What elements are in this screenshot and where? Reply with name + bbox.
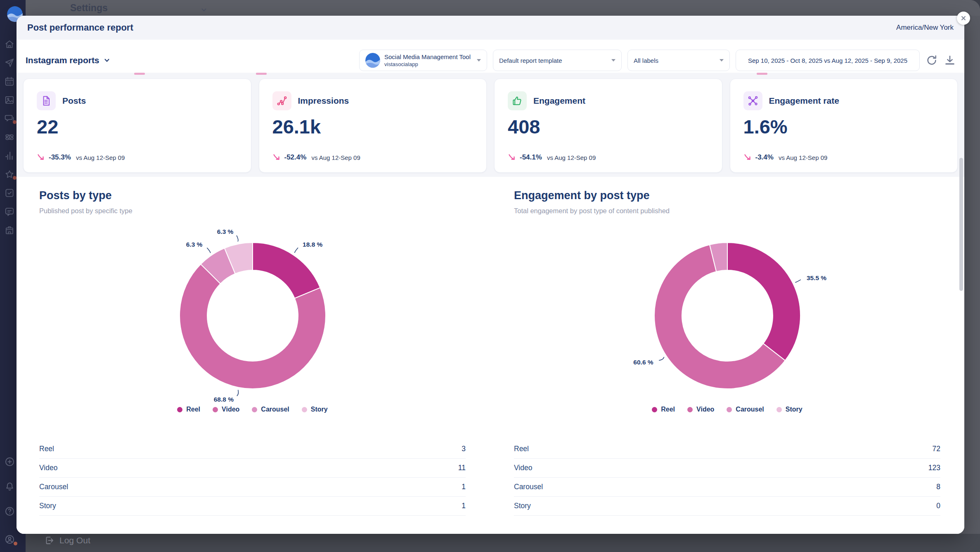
metric-card-header: Posts <box>37 91 238 110</box>
metric-delta-note: vs Aug 12-Sep 09 <box>547 154 596 161</box>
donut-label: 18.8 % <box>303 241 322 248</box>
chart-legend: ReelVideoCarouselStory <box>39 406 466 413</box>
metric-delta-note: vs Aug 12-Sep 09 <box>76 154 125 161</box>
caret-down-icon <box>611 59 615 62</box>
atom-icon <box>4 132 15 143</box>
donut-label: 6.3 % <box>186 241 203 248</box>
profile-select[interactable]: Social Media Management Tool vistasocial… <box>359 50 487 71</box>
send-icon <box>4 57 15 68</box>
legend-dot <box>177 407 182 412</box>
scrollbar-thumb[interactable] <box>959 158 963 291</box>
table-row-label: Story <box>514 502 531 510</box>
scatter-icon <box>276 95 288 107</box>
metric-delta-value: -3.4% <box>755 153 774 162</box>
report-controls: Instagram reports Social Media Managemen… <box>26 50 956 71</box>
table-row: Story1 <box>39 497 466 516</box>
network-icon-box <box>743 91 762 110</box>
trend-down-icon <box>272 153 281 162</box>
donut-label-connector <box>295 247 298 253</box>
home-icon <box>4 39 15 50</box>
legend-item-reel[interactable]: Reel <box>177 406 200 413</box>
legend-label: Story <box>311 406 328 413</box>
metric-card-header: Impressions <box>272 91 473 110</box>
table-row: Video123 <box>514 459 940 478</box>
table-row-label: Carousel <box>514 483 543 491</box>
timezone-label: America/New York <box>896 24 954 32</box>
donut-chart: 18.8 %68.8 %6.3 %6.3 % <box>39 221 466 402</box>
legend-dot <box>776 407 782 412</box>
metric-delta: -52.4%vs Aug 12-Sep 09 <box>272 153 473 162</box>
scroll-artifact <box>757 73 767 75</box>
trend-down-icon <box>743 153 752 162</box>
profile-avatar <box>365 53 380 68</box>
metric-card-header: Engagement rate <box>743 91 944 110</box>
table-row: Video11 <box>39 459 466 478</box>
legend-label: Video <box>222 406 239 413</box>
trend-down-icon <box>37 153 45 162</box>
date-range-button[interactable]: Sep 10, 2025 - Oct 8, 2025 vs Aug 12, 20… <box>736 50 920 71</box>
network-icon <box>747 95 759 107</box>
report-modal: Post performance report America/New York… <box>17 16 964 534</box>
donut-label-connector <box>237 236 238 242</box>
donut-label-connector <box>207 248 210 253</box>
metric-delta: -3.4%vs Aug 12-Sep 09 <box>743 153 944 162</box>
notification-badge <box>14 542 17 545</box>
report-type-dropdown[interactable]: Instagram reports <box>26 55 110 65</box>
legend-item-video[interactable]: Video <box>213 406 239 413</box>
legend-item-carousel[interactable]: Carousel <box>252 406 289 413</box>
donut-label: 60.6 % <box>633 359 653 366</box>
legend-item-video[interactable]: Video <box>687 406 714 413</box>
refresh-icon[interactable] <box>926 54 938 67</box>
donut-label: 68.8 % <box>214 396 234 403</box>
download-icon[interactable] <box>944 54 956 67</box>
metric-card-header: Engagement <box>508 91 709 110</box>
metric-card: Posts22-35.3%vs Aug 12-Sep 09 <box>23 79 251 173</box>
close-button[interactable] <box>957 12 970 25</box>
legend-dot <box>687 407 693 412</box>
metrics-band: Posts22-35.3%vs Aug 12-Sep 09Impressions… <box>17 73 964 177</box>
thumbs-up-icon <box>511 95 523 107</box>
legend-label: Story <box>786 406 802 413</box>
date-range-value: Sep 10, 2025 - Oct 8, 2025 vs Aug 12, 20… <box>748 57 907 64</box>
image-icon <box>4 95 15 105</box>
chart-subtitle: Total engagement by post type of content… <box>514 207 940 215</box>
app-background: Settings Log Out Post performance report… <box>0 0 980 552</box>
metric-value: 1.6% <box>743 115 944 138</box>
metric-title: Impressions <box>298 96 349 106</box>
dimmed-bottom-strip <box>26 534 980 552</box>
metric-delta-note: vs Aug 12-Sep 09 <box>779 154 827 161</box>
legend-item-reel[interactable]: Reel <box>652 406 675 413</box>
chevron-down-icon <box>201 7 207 13</box>
donut-label-connector <box>237 390 239 396</box>
metric-card: Impressions26.1k-52.4%vs Aug 12-Sep 09 <box>259 79 487 173</box>
metric-title: Engagement <box>533 96 585 106</box>
metric-delta: -35.3%vs Aug 12-Sep 09 <box>37 153 238 162</box>
caret-down-icon <box>477 59 481 62</box>
legend-item-story[interactable]: Story <box>302 406 328 413</box>
labels-select[interactable]: All labels <box>627 50 730 71</box>
donut-slice-reel[interactable] <box>253 243 320 298</box>
table-row-label: Video <box>514 464 532 472</box>
table-row-label: Reel <box>39 445 54 453</box>
comment-icon <box>4 206 15 217</box>
post-type-table: Reel72Video123Carousel8Story0 <box>514 440 940 516</box>
table-row-label: Reel <box>514 445 529 453</box>
metric-card: Engagement408-54.1%vs Aug 12-Sep 09 <box>494 79 722 173</box>
legend-item-carousel[interactable]: Carousel <box>727 406 764 413</box>
help-icon <box>4 506 15 517</box>
donut-slice-reel[interactable] <box>727 243 800 361</box>
table-row-value: 8 <box>936 483 940 491</box>
legend-item-story[interactable]: Story <box>776 406 802 413</box>
trend-down-icon <box>508 153 516 162</box>
chart-section: Posts by typePublished post by specific … <box>39 189 466 534</box>
building-icon <box>4 225 15 236</box>
legend-label: Video <box>696 406 714 413</box>
legend-dot <box>252 407 257 412</box>
profile-name: Social Media Management Tool <box>384 53 472 60</box>
metric-value: 26.1k <box>272 115 473 138</box>
table-row: Carousel1 <box>39 478 466 497</box>
template-select[interactable]: Default report template <box>493 50 622 71</box>
logout-button[interactable]: Log Out <box>45 535 90 545</box>
metric-delta-note: vs Aug 12-Sep 09 <box>311 154 360 161</box>
table-row-label: Carousel <box>39 483 68 491</box>
